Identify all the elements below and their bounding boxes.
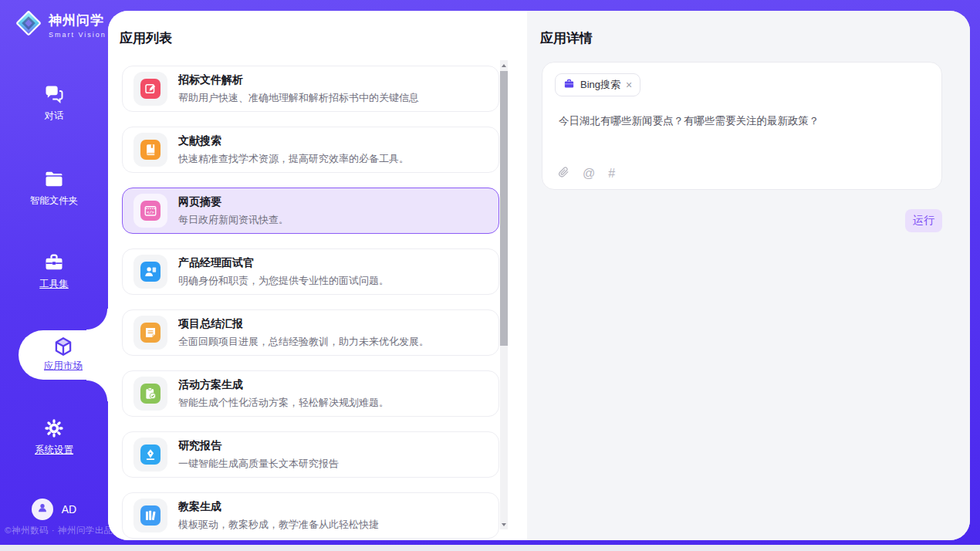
scrollbar-thumb[interactable]: [500, 71, 508, 346]
gear-icon: [0, 417, 108, 439]
diamond-logo-icon: [14, 8, 43, 41]
app-card-literature-search[interactable]: 文献搜索 快速精准查找学术资源，提高研究效率的必备工具。: [122, 127, 499, 173]
briefcase-icon: [563, 78, 575, 92]
brand-logo: 神州问学 Smart Vision: [14, 8, 106, 41]
app-description: 快速精准查找学术资源，提高研究效率的必备工具。: [178, 152, 409, 166]
app-card-lesson-plan[interactable]: 教案生成 模板驱动，教案秒成，教学准备从此轻松快捷: [122, 492, 499, 539]
app-name: 教案生成: [178, 500, 379, 514]
scrollbar[interactable]: [500, 60, 508, 529]
sidebar-item-label: 应用市场: [19, 360, 108, 373]
close-icon[interactable]: ×: [626, 79, 632, 90]
pen-square-icon: [140, 79, 161, 99]
app-name: 项目总结汇报: [178, 317, 429, 331]
cube-icon: [19, 336, 108, 357]
app-name: 网页摘要: [178, 195, 289, 209]
scrollbar-down-arrow-icon[interactable]: [500, 519, 508, 529]
sidebar: 神州问学 Smart Vision 对话 智能文件夹: [0, 0, 108, 545]
app-list-panel: 应用列表 招标文件解析 帮助用户快速、准确地理解和解析招标书中的关键信息: [108, 11, 527, 540]
app-description: 每日政府新闻资讯快查。: [178, 213, 289, 227]
svg-text:</>: </>: [147, 211, 154, 215]
app-detail-title: 应用详情: [540, 29, 593, 47]
app-card-research-report[interactable]: 研究报告 一键智能生成高质量长文本研究报告: [122, 431, 499, 478]
paperclip-icon[interactable]: [558, 166, 569, 181]
app-description: 帮助用户快速、准确地理解和解析招标书中的关键信息: [178, 91, 419, 105]
app-list: 招标文件解析 帮助用户快速、准确地理解和解析招标书中的关键信息 文献搜索 快速精…: [122, 66, 499, 540]
tool-chip-label: Bing搜索: [580, 78, 620, 92]
folder-icon: [0, 168, 108, 190]
app-description: 模板驱动，教案秒成，教学准备从此轻松快捷: [178, 518, 379, 532]
sidebar-item-toolset[interactable]: 工具集: [0, 252, 108, 291]
sidebar-item-app-market[interactable]: 应用市场: [19, 330, 108, 380]
clipboard-check-icon: [140, 384, 161, 404]
app-name: 招标文件解析: [178, 73, 419, 87]
app-list-title: 应用列表: [120, 29, 172, 47]
browser-code-icon: </>: [140, 201, 161, 221]
app-description: 一键智能生成高质量长文本研究报告: [178, 457, 339, 471]
prompt-toolbar: @ #: [558, 166, 615, 181]
app-detail-panel: 应用详情 Bing搜索 × 今日湖北有哪些新闻要点？有哪些需要关注的最新政策？: [527, 11, 970, 540]
person-icon: [36, 502, 49, 517]
user-name: AD: [62, 503, 76, 516]
scrollbar-up-arrow-icon[interactable]: [500, 60, 508, 70]
prompt-input[interactable]: 今日湖北有哪些新闻要点？有哪些需要关注的最新政策？: [559, 113, 926, 129]
app-description: 全面回顾项目进展，总结经验教训，助力未来优化发展。: [178, 335, 429, 349]
book-icon: [140, 140, 161, 160]
app-window: 神州问学 Smart Vision 对话 智能文件夹: [0, 0, 980, 551]
app-card-event-plan[interactable]: 活动方案生成 智能生成个性化活动方案，轻松解决规划难题。: [122, 370, 499, 417]
sticky-note-icon: [140, 323, 161, 343]
toolbox-icon: [0, 252, 108, 273]
user-account[interactable]: AD: [0, 499, 108, 520]
books-icon: [140, 505, 161, 526]
run-button[interactable]: 运行: [905, 209, 942, 232]
app-description: 明确身份和职责，为您提供专业性的面试问题。: [178, 274, 389, 288]
app-card-web-summary[interactable]: </> 网页摘要 每日政府新闻资讯快查。: [122, 188, 499, 234]
brand-name: 神州问学: [49, 13, 104, 28]
hash-icon[interactable]: #: [608, 167, 615, 181]
sidebar-item-label: 系统设置: [0, 444, 108, 457]
app-description: 智能生成个性化活动方案，轻松解决规划难题。: [178, 396, 389, 410]
sidebar-item-label: 工具集: [0, 278, 108, 291]
at-icon[interactable]: @: [583, 167, 595, 181]
sidebar-item-label: 智能文件夹: [0, 194, 108, 208]
prompt-card: Bing搜索 × 今日湖北有哪些新闻要点？有哪些需要关注的最新政策？ @ #: [542, 62, 942, 190]
avatar: [32, 499, 53, 520]
brand-subtitle: Smart Vision: [49, 31, 106, 39]
sidebar-item-settings[interactable]: 系统设置: [0, 417, 108, 457]
content-panel: 应用列表 招标文件解析 帮助用户快速、准确地理解和解析招标书中的关键信息: [108, 11, 970, 540]
app-name: 研究报告: [178, 439, 339, 453]
app-name: 文献搜索: [178, 134, 409, 148]
sidebar-item-label: 对话: [0, 110, 108, 123]
app-name: 活动方案生成: [178, 378, 389, 392]
app-card-bid-parsing[interactable]: 招标文件解析 帮助用户快速、准确地理解和解析招标书中的关键信息: [122, 66, 499, 112]
app-card-project-summary[interactable]: 项目总结汇报 全面回顾项目进展，总结经验教训，助力未来优化发展。: [122, 309, 499, 356]
app-card-pm-interviewer[interactable]: 产品经理面试官 明确身份和职责，为您提供专业性的面试问题。: [122, 248, 499, 295]
pen-nib-icon: [140, 445, 161, 465]
sidebar-item-smart-folder[interactable]: 智能文件夹: [0, 168, 108, 208]
sidebar-item-chat[interactable]: 对话: [0, 83, 108, 123]
app-name: 产品经理面试官: [178, 256, 389, 270]
tool-chip-bing-search[interactable]: Bing搜索 ×: [555, 73, 640, 96]
chat-icon: [0, 83, 108, 105]
interviewer-icon: [140, 262, 161, 282]
